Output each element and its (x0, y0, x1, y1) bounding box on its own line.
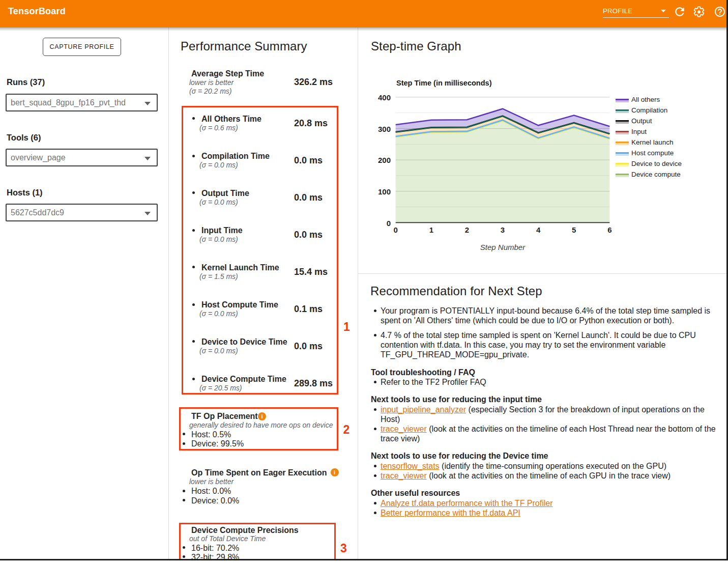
svg-text:Step Number: Step Number (480, 243, 526, 251)
svg-text:2: 2 (465, 226, 469, 234)
svg-text:0: 0 (394, 226, 398, 234)
svg-text:3: 3 (501, 226, 505, 234)
svg-text:5: 5 (572, 226, 576, 234)
svg-text:0: 0 (387, 219, 391, 228)
svg-text:Step Time (in milliseconds): Step Time (in milliseconds) (396, 79, 492, 87)
svg-text:6: 6 (607, 226, 611, 234)
svg-text:400: 400 (378, 93, 391, 102)
svg-text:300: 300 (378, 125, 391, 133)
svg-text:100: 100 (378, 187, 391, 196)
svg-text:1: 1 (429, 226, 433, 234)
svg-text:4: 4 (536, 226, 541, 234)
svg-text:200: 200 (378, 156, 391, 164)
